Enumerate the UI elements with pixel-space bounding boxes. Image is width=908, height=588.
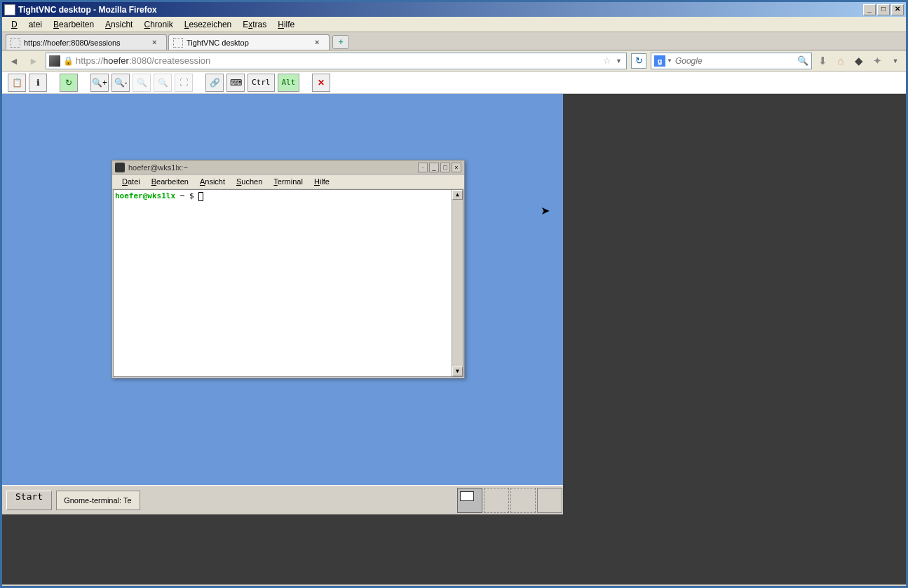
term-menu-suchen[interactable]: Suchen — [231, 177, 268, 186]
ctrlaltdel-icon[interactable]: ⌨ — [226, 74, 245, 92]
workspace-1[interactable] — [457, 488, 482, 513]
fullscreen-icon: ⛶ — [175, 74, 193, 92]
mouse-cursor-icon: ➤ — [541, 204, 550, 217]
terminal-prompt-user: hoefer@wks1lx — [115, 191, 175, 200]
zoom-in-icon[interactable]: 🔍+ — [90, 74, 109, 92]
terminal-icon — [115, 163, 125, 172]
term-maximize-button[interactable]: □ — [440, 163, 450, 172]
taskbar: Start Gnome-terminal: Te — [2, 485, 563, 514]
workspace-3[interactable] — [510, 488, 536, 513]
term-minimize-button[interactable]: _ — [429, 163, 439, 172]
bookmark-star-icon[interactable]: ☆ — [603, 55, 611, 66]
terminal-titlebar[interactable]: hoefer@wks1lx:~ · _ □ × — [112, 160, 464, 175]
scroll-track[interactable] — [452, 200, 463, 367]
vnc-info-icon[interactable]: ℹ — [29, 74, 47, 92]
remote-desktop[interactable]: hoefer@wks1lx:~ · _ □ × Datei Bearbeiten… — [2, 94, 563, 514]
firefox-icon — [4, 4, 15, 15]
menu-bearbeiten[interactable]: Bearbeiten — [48, 18, 100, 31]
site-identity-icon[interactable] — [49, 55, 60, 67]
plugin-icon[interactable]: ✦ — [871, 55, 883, 67]
search-go-icon[interactable]: 🔍 — [797, 55, 808, 66]
zoom-reset-icon: 🔍 — [154, 74, 172, 92]
zoom-fit-icon: 🔍 — [133, 74, 151, 92]
vnc-toolbar: 📋 ℹ ↻ 🔍+ 🔍- 🔍 🔍 ⛶ 🔗 ⌨ Ctrl Alt ✕ — [2, 71, 906, 94]
close-button[interactable]: ✕ — [891, 4, 904, 15]
minimize-button[interactable]: _ — [863, 4, 876, 15]
vnc-connect-icon[interactable]: 📋 — [8, 74, 26, 92]
workspace-4[interactable] — [537, 488, 562, 513]
menu-dropdown-icon[interactable]: ▼ — [889, 55, 902, 67]
term-menu-hilfe[interactable]: Hilfe — [309, 177, 335, 186]
terminal-scrollbar[interactable]: ▲ ▼ — [452, 190, 463, 376]
page-icon — [11, 38, 20, 48]
url-bar[interactable]: 🔒 https://hoefer:8080/createsession ☆ ▼ — [46, 53, 627, 69]
vnc-refresh-icon[interactable]: ↻ — [60, 74, 78, 92]
url-text[interactable]: https://hoefer:8080/createsession — [76, 55, 600, 66]
navbar: ◄ ► 🔒 https://hoefer:8080/createsession … — [2, 50, 906, 71]
alt-key-button[interactable]: Alt — [278, 74, 300, 92]
term-menu-bearbeiten[interactable]: Bearbeiten — [146, 177, 194, 186]
search-input[interactable] — [675, 56, 797, 66]
workspace-pager[interactable] — [456, 487, 563, 514]
terminal-window[interactable]: hoefer@wks1lx:~ · _ □ × Datei Bearbeiten… — [111, 160, 465, 378]
term-menu-ansicht[interactable]: Ansicht — [194, 177, 231, 186]
tab-sessions[interactable]: https://hoefer:8080/sessions × — [6, 34, 167, 50]
ctrl-key-button[interactable]: Ctrl — [248, 74, 275, 92]
menu-chronik[interactable]: Chronik — [138, 18, 178, 31]
scroll-up-icon[interactable]: ▲ — [452, 190, 463, 200]
reload-button[interactable]: ↻ — [631, 53, 646, 69]
start-button[interactable]: Start — [6, 491, 52, 510]
term-menu-terminal[interactable]: Terminal — [268, 177, 309, 186]
taskbar-item-terminal[interactable]: Gnome-terminal: Te — [56, 491, 140, 510]
google-icon[interactable]: g — [654, 55, 665, 67]
titlebar[interactable]: TightVNC desktop - Mozilla Firefox _ □ ✕ — [2, 2, 906, 17]
terminal-body[interactable]: hoefer@wks1lx ~ $ ▲ ▼ — [113, 189, 463, 377]
new-tab-button[interactable]: + — [332, 35, 349, 49]
workspace-2[interactable] — [484, 488, 509, 513]
lock-icon: 🔒 — [63, 56, 73, 66]
term-close-button[interactable]: × — [452, 163, 461, 172]
term-min-button[interactable]: · — [418, 163, 428, 172]
tabbar: https://hoefer:8080/sessions × TightVNC … — [2, 32, 906, 50]
search-bar[interactable]: g ▼ 🔍 — [651, 53, 812, 69]
engine-dropdown-icon[interactable]: ▼ — [667, 57, 672, 64]
tab-close-icon[interactable]: × — [315, 38, 325, 48]
mini-window-icon — [460, 491, 474, 501]
vnc-viewport[interactable]: hoefer@wks1lx:~ · _ □ × Datei Bearbeiten… — [2, 94, 906, 584]
menu-hilfe[interactable]: Hilfe — [272, 18, 300, 31]
addon-icon[interactable]: ◆ — [853, 55, 865, 67]
clipboard-icon[interactable]: 🔗 — [205, 74, 224, 92]
downloads-icon[interactable]: ⬇ — [816, 55, 829, 67]
firefox-window: TightVNC desktop - Mozilla Firefox _ □ ✕… — [0, 0, 908, 588]
page-icon — [173, 38, 183, 48]
menubar: Datei Bearbeiten Ansicht Chronik Lesezei… — [2, 17, 906, 32]
menu-ansicht[interactable]: Ansicht — [100, 18, 138, 31]
terminal-menubar: Datei Bearbeiten Ansicht Suchen Terminal… — [112, 175, 464, 189]
tab-vnc[interactable]: TightVNC desktop × — [168, 34, 330, 50]
window-title: TightVNC desktop - Mozilla Firefox — [18, 5, 863, 15]
menu-extras[interactable]: Extras — [237, 18, 272, 31]
scroll-down-icon[interactable]: ▼ — [452, 367, 463, 376]
maximize-button[interactable]: □ — [877, 4, 890, 15]
zoom-out-icon[interactable]: 🔍- — [111, 74, 130, 92]
url-dropdown-icon[interactable]: ▼ — [616, 57, 622, 64]
menu-lesezeichen[interactable]: Lesezeichen — [179, 18, 237, 31]
back-button[interactable]: ◄ — [6, 53, 22, 69]
disconnect-button[interactable]: ✕ — [312, 74, 330, 92]
tab-close-icon[interactable]: × — [152, 38, 162, 48]
forward-button: ► — [26, 53, 41, 69]
home-icon[interactable]: ⌂ — [834, 55, 847, 67]
menu-datei[interactable]: Datei — [6, 18, 48, 31]
term-menu-datei[interactable]: Datei — [116, 177, 146, 186]
terminal-prompt-path: ~ $ — [175, 191, 198, 200]
terminal-cursor — [198, 192, 203, 201]
